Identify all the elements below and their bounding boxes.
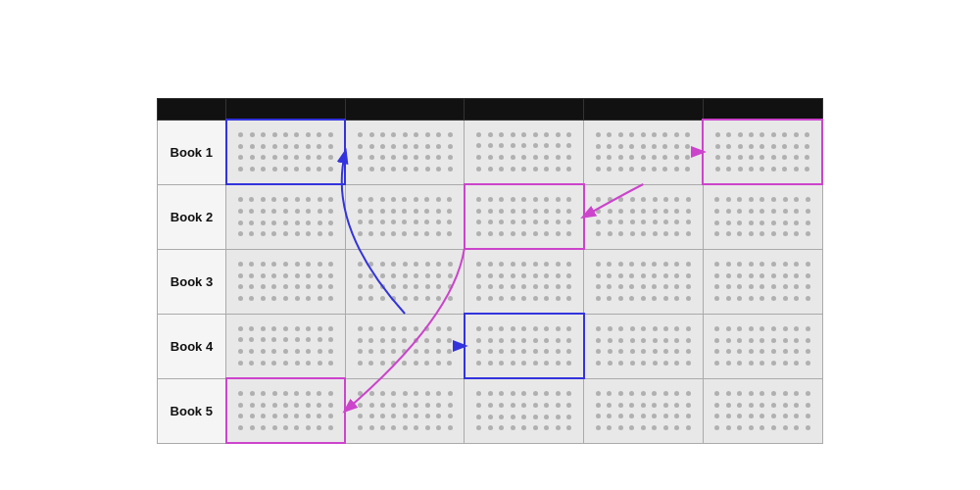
table-container: Book 1Book 2Book 3Book 4Book 5 bbox=[157, 98, 823, 444]
cell-r0-c4 bbox=[584, 120, 703, 184]
page-title bbox=[0, 0, 980, 31]
cell-r3-c1 bbox=[226, 314, 346, 378]
cell-r3-c5 bbox=[703, 314, 822, 378]
cell-r1-c4 bbox=[584, 184, 703, 249]
cell-r2-c4 bbox=[584, 249, 703, 314]
cell-r4-c2 bbox=[345, 378, 464, 443]
cell-r3-c3 bbox=[465, 314, 584, 378]
cell-r0-c5 bbox=[703, 120, 822, 184]
cell-r4-c5 bbox=[703, 378, 822, 443]
cell-r4-c4 bbox=[584, 378, 703, 443]
row-label-2: Book 3 bbox=[158, 249, 226, 314]
cell-r1-c5 bbox=[703, 184, 822, 249]
cell-r0-c1 bbox=[226, 120, 346, 184]
row-label-1: Book 2 bbox=[158, 184, 226, 249]
cell-r4-c1 bbox=[226, 378, 346, 443]
cell-r0-c2 bbox=[345, 120, 464, 184]
col-header-empty bbox=[158, 99, 226, 121]
cell-r1-c1 bbox=[226, 184, 346, 249]
cell-r2-c5 bbox=[703, 249, 822, 314]
cell-r3-c4 bbox=[584, 314, 703, 378]
cell-r0-c3 bbox=[465, 120, 584, 184]
row-label-4: Book 5 bbox=[158, 378, 226, 443]
col-header-ch2 bbox=[345, 99, 464, 121]
col-header-ch1 bbox=[226, 99, 346, 121]
cell-r3-c2 bbox=[345, 314, 464, 378]
cell-r2-c1 bbox=[226, 249, 346, 314]
cell-r1-c2 bbox=[345, 184, 464, 249]
col-header-ch3 bbox=[465, 99, 584, 121]
cell-r2-c2 bbox=[345, 249, 464, 314]
grid-table: Book 1Book 2Book 3Book 4Book 5 bbox=[157, 98, 823, 444]
cell-r2-c3 bbox=[465, 249, 584, 314]
cell-r1-c3 bbox=[465, 184, 584, 249]
col-header-ch4 bbox=[584, 99, 703, 121]
row-label-3: Book 4 bbox=[158, 314, 226, 378]
col-header-ch5 bbox=[703, 99, 822, 121]
row-label-0: Book 1 bbox=[158, 120, 226, 184]
cell-r4-c3 bbox=[465, 378, 584, 443]
